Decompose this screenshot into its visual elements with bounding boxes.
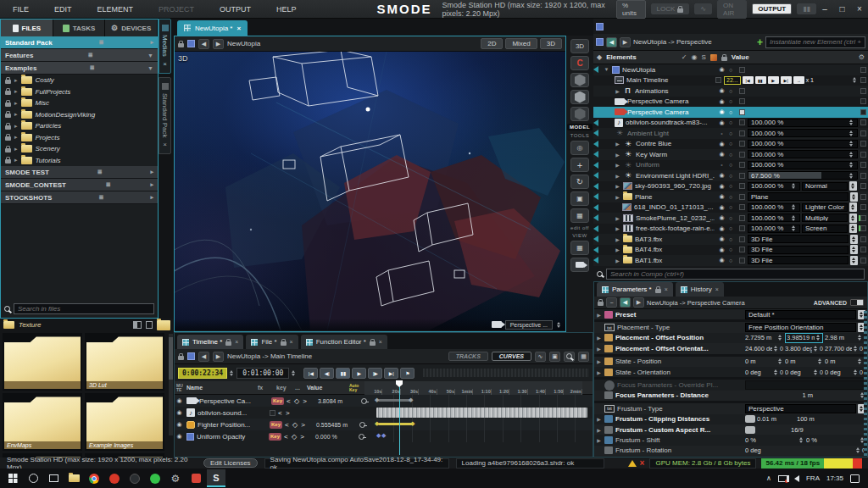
playhead[interactable] — [399, 381, 400, 455]
select-checkbox[interactable] — [739, 109, 745, 115]
spinner[interactable] — [791, 225, 797, 232]
expander-icon[interactable]: ▶ — [615, 247, 620, 252]
solo-icon[interactable]: ○ — [729, 141, 737, 147]
camera-spinner[interactable] — [556, 321, 562, 329]
volume-icon[interactable] — [794, 475, 799, 482]
jump-button[interactable]: → — [793, 76, 804, 84]
select-checkbox[interactable] — [739, 194, 745, 200]
element-row-perspective-camera[interactable]: Perspective Camera ◉ ○ — [593, 97, 868, 108]
visibility-icon[interactable]: ◉ — [717, 183, 726, 190]
audio-icon[interactable]: ∿ — [535, 352, 546, 362]
expander-icon[interactable]: ▸ — [14, 111, 18, 118]
element-row-sky-image[interactable]: ▶ sky-690393_960_720.jpg ◉ ○ 100.000 % N… — [593, 181, 868, 192]
key-badge[interactable]: Key — [269, 433, 281, 441]
spinner[interactable] — [817, 358, 823, 365]
lock-icon[interactable] — [598, 302, 604, 306]
track-value[interactable]: 0.000 % — [315, 434, 356, 440]
element-name[interactable]: Perspective Camera — [627, 97, 715, 105]
row-checkbox[interactable] — [860, 67, 866, 73]
folder-row[interactable]: ▸MotionDesignViking — [1, 109, 158, 121]
lock-icon[interactable] — [178, 356, 184, 360]
select-checkbox[interactable] — [739, 173, 745, 179]
z-field[interactable]: 2.98 m — [825, 334, 863, 341]
select-checkbox[interactable] — [739, 152, 745, 158]
close-icon[interactable]: × — [161, 60, 169, 68]
param-row-state-position[interactable]: ▶ State - Position 0 m 0 m 0 m — [594, 357, 867, 367]
expander-icon[interactable]: ▶ — [615, 88, 620, 94]
autokey-column-label[interactable]: Auto Key — [349, 384, 364, 392]
frame-forward-button[interactable]: |▶ — [368, 368, 382, 379]
units-button[interactable]: % units — [616, 0, 646, 19]
intensity-field[interactable]: 67.500 % — [748, 171, 858, 180]
element-row-smokeplume[interactable]: ▶ SmokePlume_12_0232_... ◉ ○ 100.000 % M… — [593, 213, 868, 224]
close-icon[interactable]: × — [161, 141, 169, 148]
play-button[interactable]: ▶ — [352, 368, 366, 379]
language-indicator[interactable]: FRA — [806, 474, 820, 482]
y-field[interactable]: 3.800 deg0 — [785, 345, 823, 352]
folder-row[interactable]: ▸Scenery — [1, 143, 158, 155]
expander-icon[interactable]: ▶ — [596, 335, 602, 341]
row-checkbox[interactable] — [860, 247, 866, 252]
curves-button[interactable]: CURVES — [492, 352, 531, 361]
section-stockshots[interactable]: STOCKSHOTS≣▸ — [1, 191, 158, 204]
visibility-icon[interactable]: ◉ — [717, 98, 726, 105]
camera-view-button[interactable] — [570, 258, 589, 272]
close-icon[interactable]: × — [235, 339, 238, 345]
visibility-icon[interactable]: ◉ — [717, 204, 726, 211]
spinner[interactable] — [813, 369, 819, 376]
solo-icon[interactable]: ○ — [729, 130, 737, 136]
folder-row[interactable]: ▸Misc — [1, 97, 158, 109]
pause-button[interactable]: ▮▮ — [755, 76, 766, 84]
clock[interactable]: 17:35 — [826, 474, 843, 482]
pin-icon[interactable] — [146, 321, 153, 329]
track-row-uniform-opacity[interactable]: ◉ Uniform Opacity Key < ◇ > 0.000 % ◆ ◆ — [175, 430, 593, 442]
spinner[interactable] — [853, 369, 859, 376]
spinner[interactable] — [849, 140, 854, 147]
spinner[interactable] — [849, 161, 854, 169]
track-visibility-icon[interactable]: ◉ — [175, 421, 184, 428]
keyframe-nav[interactable]: < > — [278, 409, 307, 417]
visibility-icon[interactable]: ◉ — [717, 236, 726, 242]
app-green-button[interactable] — [146, 469, 164, 487]
prev-button[interactable]: |◀ — [743, 76, 754, 84]
solo-icon[interactable]: ○ — [729, 194, 737, 200]
close-icon[interactable]: × — [236, 25, 241, 32]
track-visibility-icon[interactable]: ◉ — [175, 433, 184, 440]
track-row-camera[interactable]: ◉ Perspective Ca... Key < ◇ > 3.8084 m ◆… — [175, 395, 593, 407]
add-folder-icon[interactable] — [157, 320, 170, 330]
move-tool-button[interactable]: + — [570, 158, 589, 172]
expander-icon[interactable]: ▶ — [596, 437, 602, 443]
menu-help[interactable]: HELP — [264, 5, 309, 14]
expand-icon[interactable]: ▸ — [150, 169, 153, 175]
key-badge[interactable]: Key — [271, 397, 284, 405]
spinner[interactable] — [791, 182, 797, 190]
param-row-frustum-type[interactable]: txt Frustum - Type Perspective — [594, 403, 867, 413]
keyframe-icon[interactable]: ◆ — [375, 420, 379, 427]
track-row-soundtrack[interactable]: ◉ ♪ oblivion-sound... < > — [175, 407, 593, 419]
type-field[interactable]: 3D File — [748, 246, 849, 254]
expander-icon[interactable]: ▶ — [615, 141, 620, 147]
expander-icon[interactable]: ▸ — [14, 123, 18, 130]
expander-icon[interactable]: ▶ — [596, 358, 602, 364]
solo-icon[interactable]: ○ — [729, 109, 737, 115]
solo-icon[interactable]: ○ — [729, 183, 737, 189]
expand-icon[interactable]: ▸ — [150, 39, 153, 46]
intensity-field[interactable]: 100.000 % — [748, 129, 858, 137]
forward-button[interactable]: ▶ — [620, 37, 631, 47]
key-icon[interactable] — [359, 433, 366, 441]
folder-row[interactable]: ▸Particles — [1, 120, 158, 132]
expand-icon[interactable]: ▼ — [147, 65, 153, 71]
geometry-button-3[interactable] — [570, 107, 589, 121]
visibility-icon[interactable]: ◉ — [717, 257, 726, 263]
grid-view-button[interactable]: ▦ — [570, 241, 589, 255]
texture-thumb[interactable] — [3, 333, 82, 391]
collapse-icon[interactable]: ▼ — [604, 67, 609, 72]
expander-icon[interactable]: ▶ — [615, 225, 620, 231]
select-checkbox[interactable] — [739, 130, 745, 136]
section-examples[interactable]: Examples≣▼ — [1, 62, 158, 75]
stepper[interactable] — [850, 245, 858, 254]
output-button[interactable]: OUTPUT — [752, 3, 792, 14]
expander-icon[interactable]: ▸ — [14, 146, 18, 152]
select-checkbox[interactable] — [739, 88, 745, 94]
element-name[interactable]: Main Timeline — [626, 76, 713, 84]
